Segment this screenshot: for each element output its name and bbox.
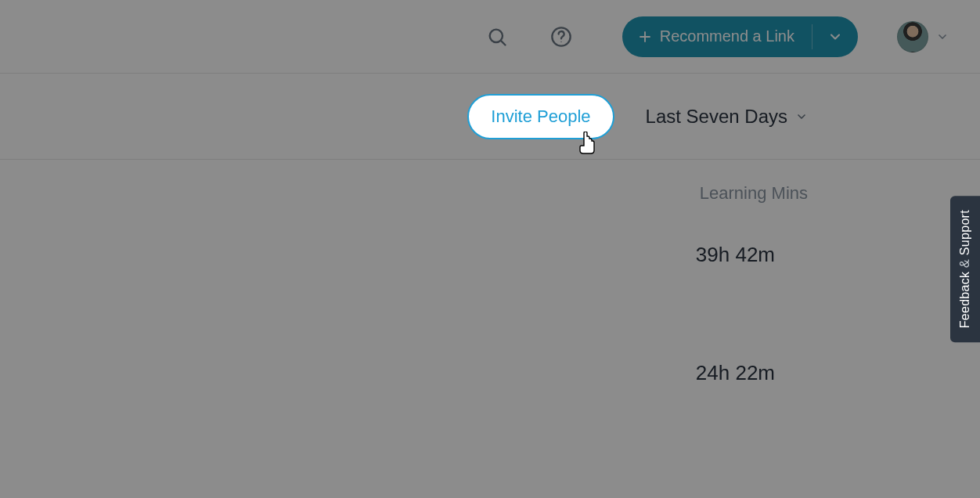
content: Learning Mins 39h 42m 24h 22m — [0, 160, 980, 479]
stat-row: 39h 42m — [696, 243, 980, 267]
feedback-text: Feedback — [958, 272, 971, 329]
svg-line-1 — [501, 40, 506, 45]
search-icon[interactable] — [481, 21, 513, 52]
svg-point-3 — [560, 41, 561, 42]
plus-icon — [638, 30, 652, 44]
help-icon[interactable] — [546, 21, 577, 52]
recommend-link-group: Recommend a Link — [622, 16, 858, 57]
recommend-dropdown[interactable] — [812, 16, 858, 57]
date-filter-label: Last Seven Days — [646, 106, 787, 128]
feedback-support-tab[interactable]: Feedback & Support — [950, 196, 980, 342]
subheader: Invite People Last Seven Days — [0, 74, 980, 160]
support-text: Support — [958, 210, 971, 255]
stat-row: 24h 22m — [696, 361, 980, 385]
invite-people-button[interactable]: Invite People — [467, 94, 614, 139]
ampersand: & — [958, 259, 971, 268]
chevron-down-icon — [795, 110, 808, 123]
recommend-link-button[interactable]: Recommend a Link — [622, 16, 812, 57]
user-menu[interactable] — [897, 21, 949, 52]
date-filter-dropdown[interactable]: Last Seven Days — [646, 106, 808, 128]
chevron-down-icon — [827, 29, 843, 45]
header: Recommend a Link — [0, 0, 980, 74]
learning-mins-header: Learning Mins — [700, 183, 980, 204]
recommend-link-label: Recommend a Link — [660, 27, 794, 45]
chevron-down-icon — [936, 31, 949, 43]
avatar — [897, 21, 928, 52]
